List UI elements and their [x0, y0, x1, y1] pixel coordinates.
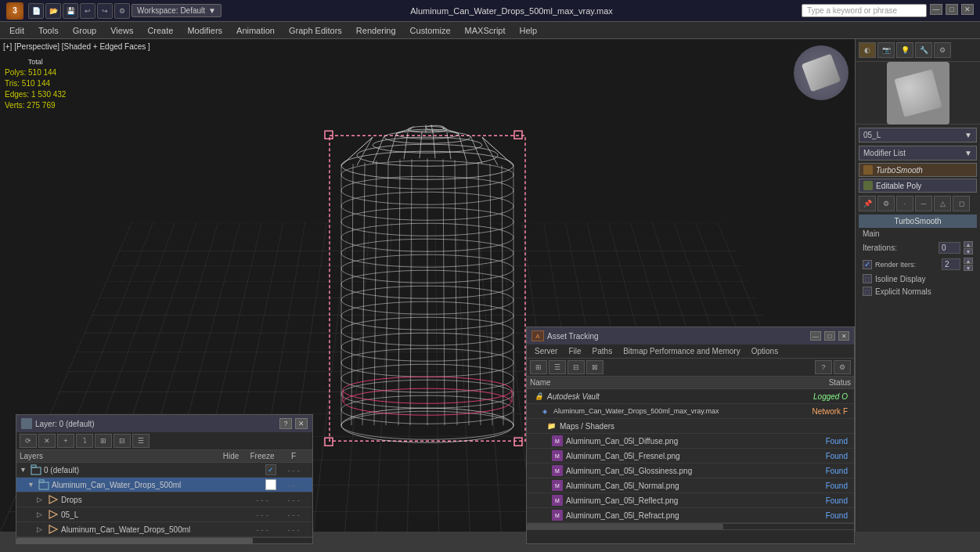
- svg-rect-2: [514, 131, 522, 139]
- open-btn[interactable]: 📂: [45, 3, 61, 19]
- at-btn-3[interactable]: ⊟: [567, 360, 585, 374]
- menu-tools[interactable]: Tools: [32, 24, 65, 37]
- at-settings-btn[interactable]: ⚙: [834, 360, 851, 374]
- asset-row-maxfile[interactable]: ◈ Aluminum_Can_Water_Drops_500ml_max_vra…: [527, 404, 854, 419]
- nav-icon-4[interactable]: 🔧: [915, 42, 932, 58]
- at-btn-2[interactable]: ☰: [549, 360, 566, 374]
- layer-close-btn[interactable]: ✕: [295, 418, 308, 429]
- layer-scroll-thumb[interactable]: [16, 538, 253, 544]
- lt-delete[interactable]: ✕: [38, 434, 56, 448]
- layer-check-2[interactable]: [265, 479, 276, 490]
- render-iters-spinner[interactable]: ▲ ▼: [964, 258, 973, 271]
- asset-min-btn[interactable]: —: [810, 331, 821, 341]
- pin-btn[interactable]: 📌: [859, 196, 876, 211]
- explicit-checkbox[interactable]: □: [863, 287, 872, 296]
- vertex-btn[interactable]: ·: [896, 196, 913, 211]
- edge-btn[interactable]: ─: [915, 196, 932, 211]
- render-up[interactable]: ▲: [964, 258, 973, 264]
- layer-row-drops[interactable]: ▷ Drops - - - - - -: [16, 492, 312, 507]
- render-iters-checkbox[interactable]: ✓: [863, 260, 872, 269]
- asset-row-fresnel[interactable]: M Aluminum_Can_05l_Fresnel.png Found: [527, 449, 854, 464]
- nav-icon-2[interactable]: 📷: [877, 42, 895, 58]
- iterations-input[interactable]: [939, 242, 960, 254]
- menu-graph-editors[interactable]: Graph Editors: [283, 24, 348, 37]
- menu-maxscript[interactable]: MAXScript: [459, 24, 512, 37]
- asset-row-diffuse[interactable]: M Aluminum_Can_05l_Diffuse.png Found: [527, 434, 854, 449]
- menu-create[interactable]: Create: [141, 24, 179, 37]
- modifier-list-header[interactable]: Modifier List ▼: [859, 146, 977, 161]
- lt-expand[interactable]: ⊞: [95, 434, 112, 448]
- workspace-dropdown[interactable]: Workspace: Default ▼: [132, 4, 222, 17]
- iterations-spinner[interactable]: ▲ ▼: [964, 241, 973, 254]
- at-btn-4[interactable]: ⊠: [586, 360, 603, 374]
- settings-btn[interactable]: ⚙: [114, 3, 130, 19]
- nav-icon-5[interactable]: ⚙: [934, 42, 951, 58]
- svg-rect-4: [514, 438, 522, 446]
- layer-row-alcan[interactable]: ▼ Aluminum_Can_Water_Drops_500ml - - -: [16, 478, 312, 492]
- redo-btn[interactable]: ↪: [97, 3, 113, 19]
- modifier-turbosmooth[interactable]: TurboSmooth: [859, 163, 977, 177]
- render-down[interactable]: ▼: [964, 265, 973, 271]
- nav-icon-1[interactable]: ◐: [859, 42, 876, 58]
- menu-animation[interactable]: Animation: [230, 24, 281, 37]
- layer-panel-titlebar[interactable]: Layer: 0 (default) ? ✕: [16, 415, 312, 432]
- title-bar-left: 3 📄 📂 💾 ↩ ↪ ⚙ Workspace: Default ▼: [6, 2, 222, 20]
- nav-cube[interactable]: [794, 45, 848, 100]
- close-btn[interactable]: ✕: [961, 4, 974, 15]
- at-btn-1[interactable]: ⊞: [530, 360, 547, 374]
- modifier-editable-poly[interactable]: Editable Poly: [859, 179, 977, 193]
- save-btn[interactable]: 💾: [63, 3, 78, 19]
- dropdown-arrow: ▼: [208, 6, 216, 15]
- new-btn[interactable]: 📄: [28, 3, 44, 19]
- face-btn[interactable]: △: [934, 196, 951, 211]
- minimize-btn[interactable]: —: [930, 4, 942, 15]
- menu-views[interactable]: Views: [104, 24, 139, 37]
- asset-close-btn[interactable]: ✕: [838, 331, 849, 341]
- asset-row-vault[interactable]: 🔒 Autodesk Vault Logged O: [527, 389, 854, 404]
- asset-toolbar: ⊞ ☰ ⊟ ⊠ ? ⚙: [527, 359, 854, 377]
- asset-max-btn[interactable]: □: [824, 331, 835, 341]
- lt-add[interactable]: +: [57, 434, 74, 448]
- asset-row-glossiness[interactable]: M Aluminum_Can_05l_Glossiness.png Found: [527, 464, 854, 478]
- svg-line-42: [357, 137, 373, 165]
- layer-check-active[interactable]: ✓: [265, 464, 276, 475]
- asset-row-reflect[interactable]: M Aluminum_Can_05l_Reflect.png Found: [527, 493, 854, 508]
- menu-group[interactable]: Group: [67, 24, 103, 37]
- asset-menu-options[interactable]: Options: [747, 346, 783, 356]
- menu-rendering[interactable]: Rendering: [350, 24, 402, 37]
- layer-row-05l[interactable]: ▷ 05_L - - - - - -: [16, 507, 312, 522]
- nav-icon-3[interactable]: 💡: [896, 42, 913, 58]
- undo-btn[interactable]: ↩: [80, 3, 95, 19]
- layer-help-btn[interactable]: ?: [279, 418, 292, 429]
- lt-options[interactable]: ☰: [132, 434, 150, 448]
- iterations-up[interactable]: ▲: [964, 241, 973, 247]
- menu-help[interactable]: Help: [513, 24, 544, 37]
- asset-menu-file[interactable]: File: [564, 346, 585, 356]
- layer-row-alcan2[interactable]: ▷ Aluminum_Can_Water_Drops_500ml - - - -…: [16, 522, 312, 537]
- lt-collapse[interactable]: ⊟: [113, 434, 131, 448]
- poly-btn[interactable]: ◻: [953, 196, 970, 211]
- at-help-btn[interactable]: ?: [815, 360, 832, 374]
- menu-modifiers[interactable]: Modifiers: [181, 24, 229, 37]
- cube-background: [794, 45, 848, 100]
- asset-scrollbar[interactable]: [527, 523, 854, 529]
- search-box[interactable]: Type a keyword or phrase: [802, 4, 927, 17]
- maximize-btn[interactable]: □: [946, 4, 958, 15]
- isoline-checkbox[interactable]: □: [863, 274, 872, 283]
- asset-row-refract[interactable]: M Aluminum_Can_05l_Refract.png Found: [527, 508, 854, 523]
- lt-refresh[interactable]: ⟳: [20, 434, 37, 448]
- asset-row-maps[interactable]: 📁 Maps / Shaders: [527, 419, 854, 434]
- asset-menu-bitmap[interactable]: Bitmap Performance and Memory: [618, 346, 745, 356]
- turbosmooth-title[interactable]: TurboSmooth: [859, 215, 977, 228]
- menu-edit[interactable]: Edit: [3, 24, 31, 37]
- render-iters-input[interactable]: [942, 258, 960, 270]
- config-btn[interactable]: ⚙: [877, 196, 895, 211]
- iterations-down[interactable]: ▼: [964, 248, 973, 254]
- layer-row-default[interactable]: ▼ 0 (default) ✓ - - -: [16, 463, 312, 478]
- asset-menu-server[interactable]: Server: [530, 346, 562, 356]
- asset-menu-paths[interactable]: Paths: [588, 346, 618, 356]
- layer-scrollbar[interactable]: [16, 537, 312, 543]
- menu-customize[interactable]: Customize: [404, 24, 457, 37]
- asset-row-normal[interactable]: M Aluminum_Can_05l_Normal.png Found: [527, 478, 854, 493]
- lt-move[interactable]: ⤵: [76, 434, 93, 448]
